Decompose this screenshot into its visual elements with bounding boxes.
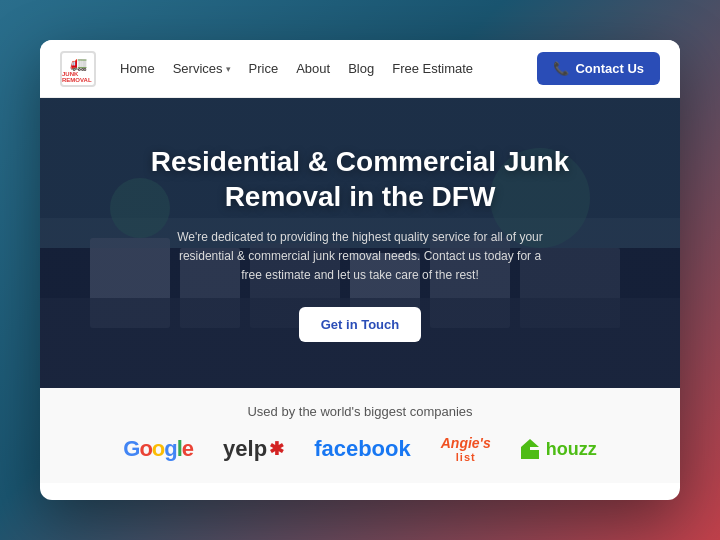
nav-about[interactable]: About xyxy=(296,61,330,76)
logo-truck-icon: 🚛 xyxy=(70,55,87,71)
navbar: 🚛 JUNK REMOVAL Home Services ▾ Price Abo… xyxy=(40,40,680,98)
phone-icon: 📞 xyxy=(553,61,569,76)
browser-window: 🚛 JUNK REMOVAL Home Services ▾ Price Abo… xyxy=(40,40,680,500)
svg-rect-2 xyxy=(530,450,539,459)
trusted-label: Used by the world's biggest companies xyxy=(70,404,650,419)
chevron-down-icon: ▾ xyxy=(226,64,231,74)
google-logo: Google xyxy=(123,436,193,462)
hero-section: Residential & Commercial Junk Removal in… xyxy=(40,98,680,388)
nav-blog[interactable]: Blog xyxy=(348,61,374,76)
nav-price[interactable]: Price xyxy=(249,61,279,76)
facebook-logo: facebook xyxy=(314,436,411,462)
logo-icon: 🚛 JUNK REMOVAL xyxy=(60,51,96,87)
houzz-logo: houzz xyxy=(521,439,597,460)
hero-content: Residential & Commercial Junk Removal in… xyxy=(40,144,680,343)
logo-text: JUNK REMOVAL xyxy=(62,71,94,83)
hero-cta-button[interactable]: Get in Touch xyxy=(299,307,421,342)
hero-subtitle: We're dedicated to providing the highest… xyxy=(170,228,550,286)
logo: 🚛 JUNK REMOVAL xyxy=(60,51,96,87)
logos-row: Google yelp✱ facebook Angie's list xyxy=(70,435,650,463)
nav-free-estimate[interactable]: Free Estimate xyxy=(392,61,473,76)
svg-rect-0 xyxy=(521,447,530,459)
angies-list-logo: Angie's list xyxy=(441,435,491,463)
yelp-burst-icon: ✱ xyxy=(269,438,284,460)
houzz-icon xyxy=(521,439,541,459)
contact-button[interactable]: 📞 Contact Us xyxy=(537,52,660,85)
nav-services[interactable]: Services ▾ xyxy=(173,61,231,76)
nav-home[interactable]: Home xyxy=(120,61,155,76)
hero-title: Residential & Commercial Junk Removal in… xyxy=(100,144,620,214)
nav-links: Home Services ▾ Price About Blog Free Es… xyxy=(120,61,537,76)
trusted-section: Used by the world's biggest companies Go… xyxy=(40,388,680,483)
yelp-logo: yelp✱ xyxy=(223,436,284,462)
svg-marker-1 xyxy=(521,439,539,447)
